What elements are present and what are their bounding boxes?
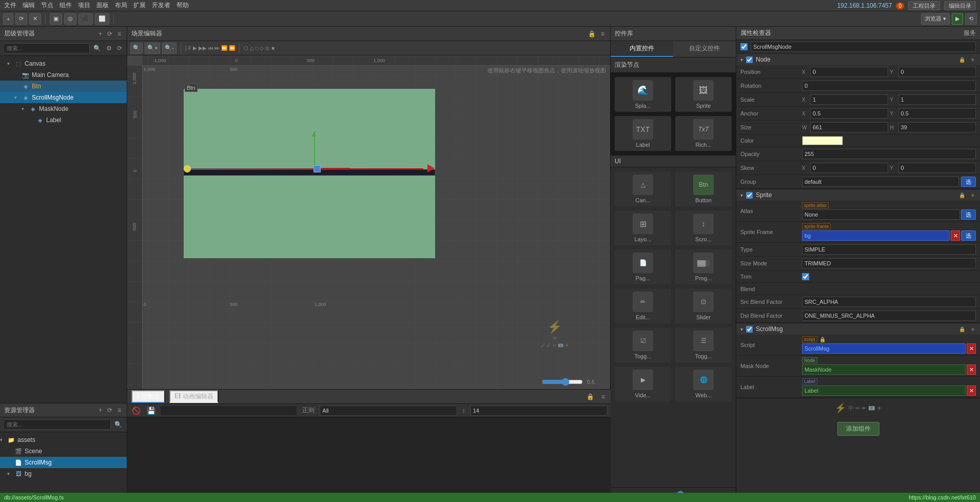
label-prop-clear-btn[interactable]: ✕ bbox=[967, 385, 976, 396]
tree-item-label[interactable]: ◈ Label bbox=[0, 114, 127, 126]
color-swatch[interactable] bbox=[802, 136, 843, 145]
scrollmsg-section-check[interactable] bbox=[746, 326, 753, 333]
toolbar-btn-4[interactable]: ⬜ bbox=[95, 13, 109, 25]
asset-item-bg[interactable]: ▾ 🖼 bg bbox=[0, 468, 127, 479]
sprite-section-lock[interactable]: 🔒 bbox=[957, 192, 967, 199]
scene-tool-2[interactable]: 🔍+ bbox=[145, 43, 160, 54]
trim-checkbox[interactable] bbox=[802, 273, 809, 280]
ui-item-webview[interactable]: 🌐 Web... bbox=[675, 366, 732, 401]
scrollmsg-section-header[interactable]: ▾ ScrollMsg 🔒 ≡ bbox=[736, 323, 980, 335]
size-w-input[interactable] bbox=[810, 122, 888, 132]
menu-file[interactable]: 文件 bbox=[4, 1, 16, 10]
menu-extend[interactable]: 扩展 bbox=[133, 1, 146, 10]
menu-component[interactable]: 组件 bbox=[60, 1, 72, 10]
menu-project[interactable]: 项目 bbox=[78, 1, 90, 10]
console-clear-btn[interactable]: 🚫 bbox=[130, 406, 142, 415]
menu-panel[interactable]: 面板 bbox=[96, 1, 109, 10]
scale-x-input[interactable] bbox=[810, 94, 888, 105]
browser-dropdown[interactable]: 浏览器 ▾ bbox=[921, 13, 950, 25]
dst-blend-select[interactable]: ONE_MINUS_SRC_ALPHA bbox=[802, 311, 976, 321]
menu-layout[interactable]: 布局 bbox=[115, 1, 127, 10]
render-item-spla[interactable]: 🌊 Spla... bbox=[615, 77, 671, 112]
sprite-section-header[interactable]: ▾ Sprite 🔒 ≡ bbox=[736, 189, 980, 201]
close-btn[interactable]: ✕ bbox=[29, 13, 41, 25]
ui-item-togglegroup[interactable]: ☰ Togg... bbox=[675, 327, 732, 362]
console-filter-input[interactable] bbox=[160, 406, 297, 416]
add-component-btn[interactable]: 添加组件 bbox=[837, 422, 879, 436]
scale-y-input[interactable] bbox=[898, 94, 976, 105]
project-dir-button[interactable]: 工程目录 bbox=[908, 1, 940, 10]
move-tool[interactable]: ◎ bbox=[64, 13, 76, 25]
node-section-check[interactable] bbox=[746, 56, 753, 63]
menu-edit[interactable]: 编辑 bbox=[23, 1, 35, 10]
asset-item-scene[interactable]: 🎬 Scene bbox=[0, 446, 127, 457]
tree-item-masknode[interactable]: ▾ ◈ MaskNode bbox=[0, 103, 127, 114]
skew-y-input[interactable] bbox=[898, 163, 976, 173]
scene-tool-1[interactable]: 🔍 bbox=[130, 43, 143, 54]
tree-item-btn[interactable]: ◈ Btn bbox=[0, 81, 127, 92]
asset-menu-icon[interactable]: ≡ bbox=[116, 406, 123, 414]
scrollmsg-section-lock[interactable]: 🔒 bbox=[957, 326, 967, 333]
scene-tool-3[interactable]: 🔍- bbox=[162, 43, 177, 54]
comp-tab-custom[interactable]: 自定义控件 bbox=[673, 41, 736, 57]
menu-help[interactable]: 帮助 bbox=[177, 1, 189, 10]
position-x-input[interactable] bbox=[810, 67, 888, 77]
editor-dir-button[interactable]: 编辑目录 bbox=[944, 1, 976, 10]
mask-node-clear-btn[interactable]: ✕ bbox=[967, 364, 976, 375]
ui-item-toggle[interactable]: ☑ Togg... bbox=[615, 327, 671, 362]
ui-item-editbox[interactable]: ✏ Edit... bbox=[615, 288, 671, 323]
asset-item-assets[interactable]: ▾ 📁 assets bbox=[0, 434, 127, 446]
ui-item-video[interactable]: ▶ Vide... bbox=[615, 366, 671, 401]
sprite-frame-clear-btn[interactable]: ✕ bbox=[951, 230, 960, 241]
scrollmsg-section-menu[interactable]: ≡ bbox=[970, 326, 976, 333]
asset-search-btn[interactable]: 🔍 bbox=[113, 420, 124, 429]
tree-item-canvas[interactable]: ▾ ⬚ Canvas bbox=[0, 58, 127, 69]
scroll-blue-handle[interactable] bbox=[313, 165, 321, 172]
zoom-slider[interactable] bbox=[542, 378, 583, 386]
group-edit-btn[interactable]: 选 bbox=[961, 177, 976, 187]
render-item-label[interactable]: TXT Label bbox=[615, 116, 671, 151]
scene-lock-icon[interactable]: 🔒 bbox=[586, 30, 597, 38]
tab-animation[interactable]: 🎞 动画编辑器 bbox=[169, 390, 218, 403]
hierarchy-filter-btn[interactable]: ⚙ bbox=[105, 44, 113, 52]
asset-search-input[interactable] bbox=[3, 419, 111, 430]
sprite-frame-select-btn[interactable]: 选 bbox=[961, 230, 976, 241]
scene-menu-icon[interactable]: ≡ bbox=[599, 30, 606, 38]
comp-tab-builtin[interactable]: 内置控件 bbox=[611, 41, 673, 57]
bottom-menu-icon[interactable]: ≡ bbox=[600, 393, 606, 401]
size-h-input[interactable] bbox=[898, 122, 976, 132]
atlas-input[interactable] bbox=[802, 209, 960, 220]
menu-developer[interactable]: 开发者 bbox=[152, 1, 170, 10]
hierarchy-search-btn[interactable]: 🔍 bbox=[92, 44, 103, 52]
ui-item-page[interactable]: 📄 Pag... bbox=[615, 249, 671, 284]
sprite-section-check[interactable] bbox=[746, 192, 753, 199]
node-section-header[interactable]: ▾ Node 🔒 ≡ bbox=[736, 54, 980, 65]
play-button[interactable]: ▶ bbox=[952, 13, 963, 25]
menu-node[interactable]: 节点 bbox=[41, 1, 53, 10]
ui-item-button[interactable]: Btn Button bbox=[675, 171, 732, 206]
src-blend-select[interactable]: SRC_ALPHA bbox=[802, 297, 976, 307]
console-save-btn[interactable]: 💾 bbox=[145, 406, 157, 415]
asset-refresh-icon[interactable]: ⟳ bbox=[106, 406, 114, 414]
add-btn[interactable]: + bbox=[3, 13, 13, 25]
node-section-lock[interactable]: 🔒 bbox=[957, 56, 967, 63]
hierarchy-add-icon[interactable]: + bbox=[97, 30, 104, 38]
ui-item-layout[interactable]: ⊞ Layo... bbox=[615, 210, 671, 245]
refresh-btn[interactable]: ⟳ bbox=[15, 13, 27, 25]
tab-console[interactable]: ≡ 控制台 bbox=[131, 390, 165, 403]
node-enabled-checkbox[interactable] bbox=[740, 43, 748, 50]
rect-tool[interactable]: ▣ bbox=[50, 13, 62, 25]
anchor-y-input[interactable] bbox=[898, 108, 976, 119]
console-filter-select[interactable]: All bbox=[320, 406, 457, 416]
atlas-select-btn[interactable]: 选 bbox=[961, 209, 976, 220]
group-select[interactable]: default bbox=[802, 177, 959, 187]
asset-item-scrollmsg[interactable]: 📄 ScrollMsg bbox=[0, 457, 127, 468]
anchor-x-input[interactable] bbox=[810, 108, 888, 119]
tree-item-scrollmsgnode[interactable]: ▾ ◈ ScrollMsgNode bbox=[0, 92, 127, 103]
size-mode-select[interactable]: TRIMMED bbox=[802, 258, 976, 268]
ui-item-canvas[interactable]: △ Can... bbox=[615, 171, 671, 206]
node-section-menu[interactable]: ≡ bbox=[970, 56, 976, 63]
asset-add-icon[interactable]: + bbox=[97, 406, 104, 414]
scene-canvas-area[interactable]: 使用鼠标右键平移视图焦点，使用滚轮缩放视图 -1,000 0 500 1,000… bbox=[127, 55, 610, 389]
node-name-input[interactable] bbox=[751, 42, 976, 52]
